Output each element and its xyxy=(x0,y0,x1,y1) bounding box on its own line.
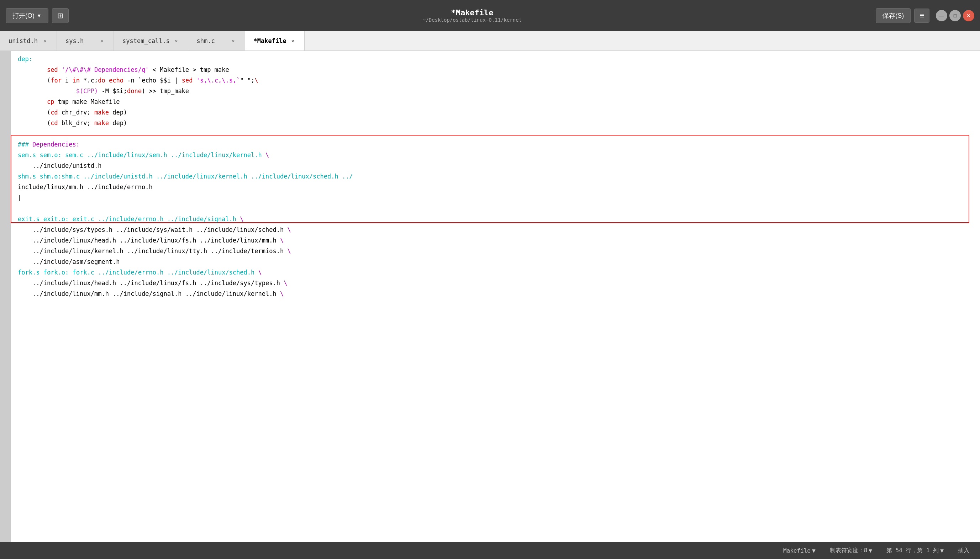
code-line: fork.s fork.o: fork.c ../include/errno.h… xyxy=(18,268,980,278)
status-bar: Makefile ▼ 制表符宽度：8 ▼ 第 54 行，第 1 列 ▼ 插入 xyxy=(0,542,980,559)
tab-makefile[interactable]: *Makefile ✕ xyxy=(245,31,305,51)
tab-close-icon[interactable]: ✕ xyxy=(173,37,179,45)
code-line: dep: xyxy=(18,54,980,65)
window-title: *Makefile xyxy=(69,8,876,17)
tabwidth-selector[interactable]: 制表符宽度：8 ▼ xyxy=(830,547,872,554)
code-line: | xyxy=(18,193,980,203)
tabs-bar: unistd.h ✕ sys.h ✕ system_call.s ✕ shm.c… xyxy=(0,31,980,51)
code-line: (cd chr_drv; make dep) xyxy=(18,108,980,118)
title-bar: 打开(O) ▼ ⊞ *Makefile ~/Desktop/oslab/linu… xyxy=(0,0,980,31)
left-panel xyxy=(0,51,11,542)
tab-label: shm.c xyxy=(197,37,215,45)
editor-wrapper: dep: sed '/\#\#\# Dependencies/q' < Make… xyxy=(0,51,980,542)
code-line: ../include/asm/segment.h xyxy=(18,257,980,268)
window-controls: — □ ✕ xyxy=(936,10,974,22)
code-line: ../include/linux/head.h ../include/linux… xyxy=(18,235,980,246)
tab-system-call[interactable]: system_call.s ✕ xyxy=(114,31,188,51)
tab-unistd[interactable]: unistd.h ✕ xyxy=(0,31,57,51)
tab-sys[interactable]: sys.h ✕ xyxy=(57,31,114,51)
tab-shm[interactable]: shm.c ✕ xyxy=(188,31,245,51)
filetype-arrow-icon: ▼ xyxy=(812,547,816,554)
open-arrow-icon: ▼ xyxy=(36,13,41,18)
code-line: (for i in *.c;do echo -n `echo $$i | sed… xyxy=(18,75,980,86)
position-arrow-icon: ▼ xyxy=(940,547,944,554)
tab-label: system_call.s xyxy=(123,37,170,45)
tab-close-icon[interactable]: ✕ xyxy=(290,37,296,45)
tab-label: sys.h xyxy=(65,37,84,45)
filetype-selector[interactable]: Makefile ▼ xyxy=(783,547,816,554)
filetype-label: Makefile xyxy=(783,547,811,554)
tab-close-icon[interactable]: ✕ xyxy=(42,37,48,45)
window-subtitle: ~/Desktop/oslab/linux-0.11/kernel xyxy=(69,17,876,23)
minimize-button[interactable]: — xyxy=(936,10,947,22)
code-line: sem.s sem.o: sem.c ../include/linux/sem.… xyxy=(18,150,980,161)
code-line: sed '/\#\#\# Dependencies/q' < Makefile … xyxy=(18,65,980,75)
code-line: cp tmp_make Makefile xyxy=(18,97,980,108)
menu-button[interactable]: ≡ xyxy=(914,8,929,23)
code-line: ### Dependencies: xyxy=(18,139,980,150)
maximize-button[interactable]: □ xyxy=(949,10,961,22)
tabwidth-label: 制表符宽度：8 xyxy=(830,547,867,554)
code-line: ../include/linux/kernel.h ../include/lin… xyxy=(18,246,980,257)
close-button[interactable]: ✕ xyxy=(963,10,974,22)
code-line: ../include/linux/mm.h ../include/signal.… xyxy=(18,289,980,299)
code-line: ../include/sys/types.h ../include/sys/wa… xyxy=(18,225,980,235)
code-line: ../include/unistd.h xyxy=(18,161,980,171)
code-line: ../include/linux/head.h ../include/linux… xyxy=(18,278,980,289)
editor-area[interactable]: dep: sed '/\#\#\# Dependencies/q' < Make… xyxy=(11,51,980,542)
code-line: include/linux/mm.h ../include/errno.h xyxy=(18,182,980,193)
code-line: shm.s shm.o:shm.c ../include/unistd.h ..… xyxy=(18,171,980,182)
code-line xyxy=(18,129,980,139)
position-selector[interactable]: 第 54 行，第 1 列 ▼ xyxy=(886,547,944,554)
code-line: exit.s exit.o: exit.c ../include/errno.h… xyxy=(18,214,980,225)
open-label: 打开(O) xyxy=(12,12,35,20)
tab-close-icon[interactable]: ✕ xyxy=(230,37,236,45)
code-line: $(CPP) -M $$i;done) >> tmp_make xyxy=(18,86,980,97)
title-center: *Makefile ~/Desktop/oslab/linux-0.11/ker… xyxy=(69,8,876,23)
insert-mode: 插入 xyxy=(958,547,969,554)
code-line xyxy=(18,203,980,214)
tab-close-icon[interactable]: ✕ xyxy=(99,37,105,45)
insert-label: 插入 xyxy=(958,547,969,554)
save-button[interactable]: 保存(S) xyxy=(876,8,910,23)
monitor-button[interactable]: ⊞ xyxy=(52,8,69,23)
title-bar-left: 打开(O) ▼ ⊞ xyxy=(6,8,69,23)
tab-label: unistd.h xyxy=(8,37,38,45)
title-bar-right: 保存(S) ≡ — □ ✕ xyxy=(876,8,974,23)
tabwidth-arrow-icon: ▼ xyxy=(869,547,872,554)
tab-label: *Makefile xyxy=(254,37,287,45)
open-button[interactable]: 打开(O) ▼ xyxy=(6,8,48,23)
position-label: 第 54 行，第 1 列 xyxy=(886,547,939,554)
code-line: (cd blk_drv; make dep) xyxy=(18,118,980,129)
